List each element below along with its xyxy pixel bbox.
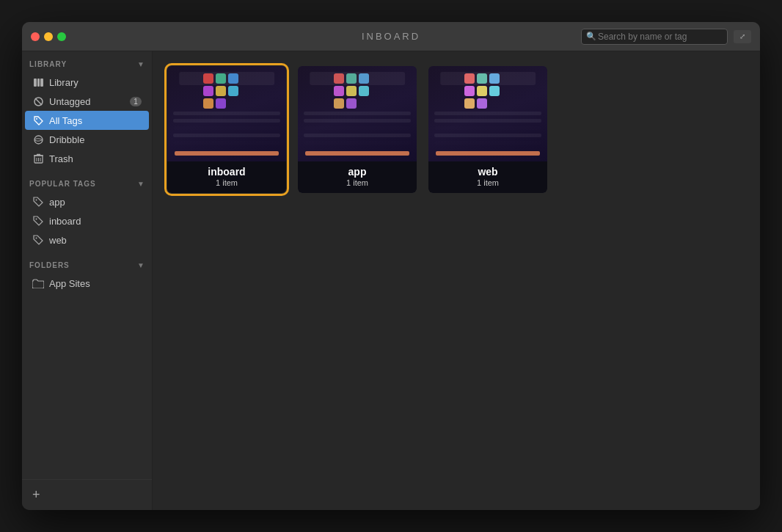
card-app-info: app 1 item [298, 161, 417, 193]
sidebar-tag-inboard-label: inboard [49, 216, 142, 227]
svg-rect-0 [34, 79, 37, 87]
dribbble-icon [32, 134, 44, 145]
untagged-icon [32, 95, 44, 107]
card-inboard-count: 1 item [173, 178, 280, 187]
traffic-lights [31, 32, 66, 41]
card-inboard-info: inboard 1 item [167, 161, 286, 193]
close-button[interactable] [31, 32, 40, 41]
sidebar-dribbble-label: Dribbble [49, 134, 142, 145]
tag-app-icon [32, 196, 44, 208]
card-app-thumbnail [298, 66, 417, 161]
sidebar-item-dribbble[interactable]: Dribbble [25, 130, 149, 149]
card-web-info: web 1 item [428, 161, 547, 193]
svg-point-14 [36, 219, 37, 220]
svg-point-6 [34, 136, 43, 144]
card-inboard[interactable]: inboard 1 item [167, 66, 286, 193]
popular-tags-arrow-icon: ▼ [137, 180, 145, 188]
sidebar-item-tag-web[interactable]: web [25, 230, 149, 249]
titlebar: INBOARD 🔍 ⤢ [22, 22, 760, 51]
sidebar-untagged-label: Untagged [49, 96, 125, 107]
sidebar-folders-header: FOLDERS ▼ [22, 260, 152, 274]
minimize-button[interactable] [44, 32, 53, 41]
sidebar-popular-tags-section: POPULAR TAGS ▼ app [22, 171, 152, 252]
svg-line-4 [35, 98, 42, 105]
tag-web-icon [32, 234, 44, 246]
folders-arrow-icon: ▼ [137, 261, 145, 269]
card-web-thumbnail [428, 66, 547, 161]
main-layout: LIBRARY ▼ Library [22, 51, 760, 510]
card-web-inner: web 1 item [428, 66, 547, 193]
svg-point-15 [36, 238, 37, 239]
search-wrap: 🔍 [581, 29, 728, 45]
sidebar-item-library[interactable]: Library [25, 73, 149, 92]
svg-rect-2 [40, 79, 43, 87]
sidebar-trash-label: Trash [49, 153, 142, 164]
sidebar-folders-section: FOLDERS ▼ App Sites [22, 252, 152, 296]
sidebar-library-label: LIBRARY [29, 60, 67, 68]
card-app-name: app [304, 166, 411, 178]
sidebar-bottom: + [22, 479, 152, 510]
sidebar-item-trash[interactable]: Trash [25, 149, 149, 168]
content-area: inboard 1 item [153, 51, 760, 510]
card-app[interactable]: app 1 item [298, 66, 417, 193]
card-inboard-thumbnail [167, 66, 286, 161]
app-window: INBOARD 🔍 ⤢ LIBRARY ▼ [22, 22, 760, 510]
untagged-badge: 1 [130, 97, 142, 106]
sidebar-popular-tags-label: POPULAR TAGS [29, 180, 96, 188]
card-web[interactable]: web 1 item [428, 66, 547, 193]
sidebar-folder-app-sites-label: App Sites [49, 278, 142, 289]
svg-point-13 [36, 200, 37, 201]
card-app-count: 1 item [304, 178, 411, 187]
tag-inboard-icon [32, 215, 44, 227]
add-button[interactable]: + [28, 486, 45, 504]
sidebar-tag-app-label: app [49, 197, 142, 208]
sidebar-item-all-tags[interactable]: All Tags [25, 111, 149, 130]
sidebar-item-app-sites[interactable]: App Sites [25, 274, 149, 293]
app-title: INBOARD [362, 31, 420, 42]
maximize-button[interactable] [57, 32, 66, 41]
library-arrow-icon: ▼ [137, 60, 145, 68]
library-icon [32, 76, 44, 88]
svg-rect-1 [37, 79, 40, 87]
card-inboard-inner: inboard 1 item [167, 66, 286, 193]
search-input[interactable] [581, 29, 728, 45]
card-inboard-name: inboard [173, 166, 280, 178]
sidebar-tag-web-label: web [49, 235, 142, 246]
sidebar-library-label-text: Library [49, 77, 142, 88]
svg-point-5 [36, 118, 37, 120]
titlebar-right: 🔍 ⤢ [581, 29, 751, 45]
card-web-name: web [434, 166, 541, 178]
all-tags-icon [32, 114, 44, 126]
sidebar-library-header: LIBRARY ▼ [22, 59, 152, 73]
sidebar-library-section: LIBRARY ▼ Library [22, 51, 152, 171]
sidebar: LIBRARY ▼ Library [22, 51, 153, 510]
trash-icon [32, 153, 44, 164]
sidebar-item-untagged[interactable]: Untagged 1 [25, 92, 149, 111]
folder-app-sites-icon [32, 277, 44, 289]
card-app-inner: app 1 item [298, 66, 417, 193]
sidebar-folders-label: FOLDERS [29, 261, 70, 269]
sidebar-item-tag-app[interactable]: app [25, 192, 149, 211]
fullscreen-button[interactable]: ⤢ [734, 30, 751, 43]
card-web-count: 1 item [434, 178, 541, 187]
sidebar-all-tags-label: All Tags [49, 115, 142, 126]
sidebar-item-tag-inboard[interactable]: inboard [25, 211, 149, 230]
sidebar-popular-tags-header: POPULAR TAGS ▼ [22, 178, 152, 192]
